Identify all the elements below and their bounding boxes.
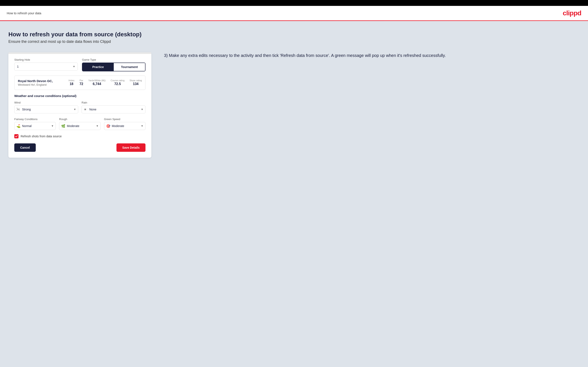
starting-hole-select-wrapper: 1 2 10 ▼ <box>14 63 78 71</box>
rough-select-wrapper: 🌿 Moderate Light Heavy ▼ <box>59 122 101 130</box>
refresh-checkbox-row: Refresh shots from data source <box>14 134 146 138</box>
slope-rating-label: Slope rating <box>130 79 142 82</box>
rain-select[interactable]: None Light Heavy <box>82 105 146 113</box>
tournament-button[interactable]: Tournament <box>114 63 145 71</box>
holes-label: Holes <box>69 79 74 82</box>
save-button[interactable]: Save Details <box>116 143 146 152</box>
stat-holes: Holes 18 <box>69 79 74 86</box>
green-speed-group: Green Speed 🎯 Moderate Slow Fast ▼ <box>104 117 146 130</box>
stat-slope-rating: Slope rating 134 <box>130 79 142 86</box>
course-name: Royal North Devon GC, <box>18 79 53 83</box>
course-rating-value: 72.5 <box>111 82 124 86</box>
stat-par: Par 72 <box>79 79 83 86</box>
checkmark-icon <box>15 135 18 138</box>
course-header: Royal North Devon GC, Westward Ho!, Engl… <box>18 79 142 86</box>
starting-hole-select[interactable]: 1 2 10 <box>14 63 78 71</box>
cancel-button[interactable]: Cancel <box>14 143 36 152</box>
course-name-group: Royal North Devon GC, Westward Ho!, Engl… <box>18 79 53 86</box>
fairway-select[interactable]: Normal Soft Hard <box>14 122 56 130</box>
fairway-select-wrapper: ⛳ Normal Soft Hard ▼ <box>14 122 56 130</box>
header: How to refresh your data clippd <box>0 6 588 21</box>
game-type-toggle: Practice Tournament <box>82 63 146 71</box>
conditions-bottom-row: Fairway Conditions ⛳ Normal Soft Hard ▼ … <box>14 117 146 130</box>
wind-group: Wind 🌬 Strong Mild None ▼ <box>14 101 78 113</box>
course-rating-label: Course rating <box>111 79 124 82</box>
main-content: How to refresh your data from source (de… <box>0 21 588 367</box>
conditions-title: Weather and course conditions (optional) <box>14 94 146 98</box>
yards-value: 6,744 <box>88 82 105 86</box>
logo: clippd <box>563 9 581 17</box>
starting-hole-label: Starting Hole <box>14 58 78 61</box>
game-type-label: Game Type <box>82 58 146 61</box>
content-layout: Starting Hole 1 2 10 ▼ Game Type Practic… <box>9 52 579 158</box>
stat-yards: Yards/White (M)) 6,744 <box>88 79 105 86</box>
page-title: How to refresh your data from source (de… <box>9 31 579 38</box>
holes-value: 18 <box>69 82 74 86</box>
refresh-label: Refresh shots from data source <box>21 134 62 138</box>
stat-course-rating: Course rating 72.5 <box>111 79 124 86</box>
rough-select[interactable]: Moderate Light Heavy <box>59 122 101 130</box>
rain-label: Rain <box>82 101 146 104</box>
breadcrumb: How to refresh your data <box>7 11 41 15</box>
green-speed-label: Green Speed <box>104 117 146 121</box>
par-label: Par <box>79 79 83 82</box>
rough-label: Rough <box>59 117 101 121</box>
rain-group: Rain ☀ None Light Heavy ▼ <box>82 101 146 113</box>
fairway-label: Fairway Conditions <box>14 117 56 121</box>
yards-label: Yards/White (M)) <box>88 79 105 82</box>
top-form-row: Starting Hole 1 2 10 ▼ Game Type Practic… <box>14 58 146 71</box>
wind-select[interactable]: Strong Mild None <box>14 105 78 113</box>
fairway-group: Fairway Conditions ⛳ Normal Soft Hard ▼ <box>14 117 56 130</box>
refresh-checkbox[interactable] <box>14 134 18 138</box>
side-text: 3) Make any extra edits necessary to the… <box>164 52 579 58</box>
button-row: Cancel Save Details <box>14 143 146 152</box>
form-card: Starting Hole 1 2 10 ▼ Game Type Practic… <box>9 52 151 158</box>
practice-button[interactable]: Practice <box>82 63 114 71</box>
card-strip <box>9 52 151 54</box>
game-type-group: Game Type Practice Tournament <box>82 58 146 71</box>
top-bar <box>0 0 588 6</box>
course-stats: Holes 18 Par 72 Yards/White (M)) 6,744 <box>69 79 142 86</box>
page-subtitle: Ensure the correct and most up to date d… <box>9 40 579 44</box>
green-speed-select[interactable]: Moderate Slow Fast <box>104 122 146 130</box>
rough-group: Rough 🌿 Moderate Light Heavy ▼ <box>59 117 101 130</box>
course-info-box: Royal North Devon GC, Westward Ho!, Engl… <box>14 75 146 90</box>
slope-rating-value: 134 <box>130 82 142 86</box>
wind-label: Wind <box>14 101 78 104</box>
side-description: 3) Make any extra edits necessary to the… <box>164 52 579 58</box>
starting-hole-group: Starting Hole 1 2 10 ▼ <box>14 58 78 71</box>
rain-select-wrapper: ☀ None Light Heavy ▼ <box>82 105 146 113</box>
conditions-top-row: Wind 🌬 Strong Mild None ▼ Rain ☀ <box>14 101 146 113</box>
wind-select-wrapper: 🌬 Strong Mild None ▼ <box>14 105 78 113</box>
course-location: Westward Ho!, England <box>18 83 53 86</box>
par-value: 72 <box>79 82 83 86</box>
green-speed-select-wrapper: 🎯 Moderate Slow Fast ▼ <box>104 122 146 130</box>
